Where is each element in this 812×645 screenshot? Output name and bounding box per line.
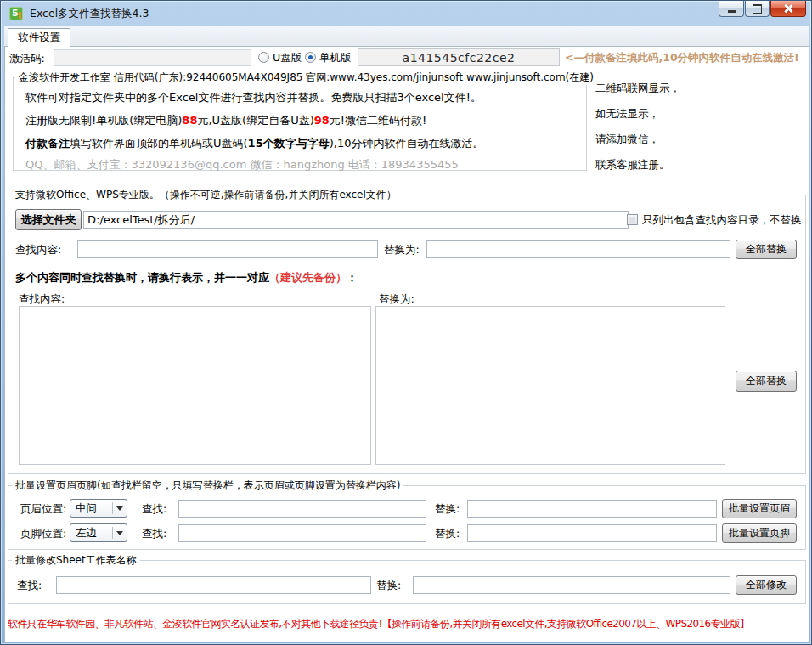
payment-text: 填写软件界面顶部的单机码或U盘码( [70,137,248,150]
multi-find-label: 查找内容: [19,292,65,307]
close-button[interactable] [770,1,806,17]
replace-with-label: 替换为: [384,243,420,257]
payment-bold-2: 15个数字与字母 [248,137,330,150]
multi-replace-textarea[interactable] [375,306,725,465]
replace-all-button[interactable]: 全部替换 [736,240,797,259]
footer-replace-input[interactable] [467,524,717,542]
price-text-3: 元!微信二维码付款! [330,114,426,127]
activation-code-input[interactable] [54,49,251,66]
chevron-down-icon [113,531,127,535]
header-find-input[interactable] [178,500,426,518]
udisk-version-label: U盘版 [273,51,302,65]
multi-replace-all-button[interactable]: 全部替换 [736,371,797,392]
replace-with-input[interactable] [426,240,730,258]
tab-settings[interactable]: 软件设置 [8,28,70,47]
udisk-version-radio[interactable] [258,52,269,63]
multi-note-backup-warning: （建议先备份） [269,271,347,284]
qr-text-4: 联系客服注册。 [595,158,670,173]
sheet-replace-input[interactable] [413,576,730,594]
info-price-line: 注册版无限制!单机版(绑定电脑)88元,U盘版(绑定自备U盘)98元!微信二维码… [25,113,426,128]
header-position-value: 中间 [70,501,112,516]
price-value-2: 98 [314,114,330,127]
footer-position-value: 左边 [70,526,112,540]
modify-all-button[interactable]: 全部修改 [736,575,797,595]
app-icon-accent [19,12,21,19]
find-content-input[interactable] [77,240,378,258]
footer-replace-label: 替换: [435,527,460,541]
header-replace-input[interactable] [467,500,717,518]
maximize-icon [753,4,762,14]
app-icon: 5 [9,7,23,20]
machine-code-field[interactable]: a141545cfc22ce2 [358,48,560,66]
header-replace-label: 替换: [435,502,460,517]
find-content-label: 查找内容: [15,243,61,257]
qr-text-3: 请添加微信， [595,133,659,147]
multi-note-text: 多个内容同时查找替换时，请换行表示，并一一对应 [15,271,269,284]
header-position-dropdown[interactable]: 中间 [70,499,127,518]
chevron-down-icon [113,506,127,511]
minimize-icon [728,10,736,13]
folder-path-input[interactable] [83,211,629,229]
set-footer-button[interactable]: 批量设置页脚 [722,523,797,543]
list-only-label: 只列出包含查找内容目录，不替换 [642,213,802,228]
sheet-rename-legend: 批量修改Sheet工作表名称 [12,553,140,568]
minimize-button[interactable] [719,1,744,17]
info-groupbox: 金浚软件开发工作室 信用代码(广东):92440605MA4X049J85 官网… [13,77,587,171]
section-divider [10,263,804,263]
sheet-find-label: 查找: [17,579,42,593]
header-footer-groupbox: 批量设置页眉页脚(如查找栏留空，只填写替换栏，表示页眉或页脚设置为替换栏内容) … [8,485,806,550]
close-icon [783,3,793,14]
window-title: Excel多文件查找替换4.3 [30,7,149,21]
set-header-button[interactable]: 批量设置页眉 [722,499,797,518]
list-only-checkbox[interactable] [627,214,638,225]
tab-strip [4,26,809,46]
qr-text-2: 如无法显示， [595,107,659,122]
standalone-version-radio[interactable] [305,52,316,63]
main-legend: 支持微软Office、WPS专业版。（操作不可逆,操作前请备份,并关闭所有exc… [12,188,400,202]
maximize-button[interactable] [745,1,770,17]
standalone-version-label: 单机版 [319,51,352,65]
activation-code-label: 激活码: [9,52,45,66]
sheet-find-input[interactable] [56,576,371,594]
price-text-2: 元,U盘版(绑定自备U盘) [197,114,313,127]
payment-tail: ),10分钟内软件自动在线激活。 [330,137,484,150]
multi-replace-note: 多个内容同时查找替换时，请换行表示，并一一对应（建议先备份）： [15,270,358,286]
footer-notice: 软件只在华军软件园、非凡软件站、金浚软件官网实名认证发布,不对其他下载途径负责!… [8,617,806,631]
app-window: 5 Excel多文件查找替换4.3 软件设置 激活码: U盘版 单机版 a141… [0,0,812,645]
sheet-rename-groupbox: 批量修改Sheet工作表名称 查找: 替换: 全部修改 [8,560,806,604]
info-payment-line: 付款备注填写软件界面顶部的单机码或U盘码(15个数字与字母),10分钟内软件自动… [25,136,483,151]
header-position-label: 页眉位置: [20,502,66,517]
multi-find-textarea[interactable] [19,306,371,465]
payment-bold-1: 付款备注 [25,137,70,150]
info-description: 软件可对指定文件夹中的多个Excel文件进行查找内容并替换。免费版只扫描3个ex… [25,90,482,105]
price-text-1: 注册版无限制!单机版(绑定电脑) [25,114,182,127]
app-icon-letter: 5 [12,8,19,19]
header-find-label: 查找: [142,502,166,517]
info-legend: 金浚软件开发工作室 信用代码(广东):92440605MA4X049J85 官网… [15,71,597,85]
footer-find-label: 查找: [142,527,166,541]
payment-hint-text: <—付款备注填此码,10分钟内软件自动在线激活! [565,51,799,65]
contact-line: QQ、邮箱、支付宝：332092136@qq.com 微信：hangzhong … [25,157,459,173]
header-footer-legend: 批量设置页眉页脚(如查找栏留空，只填写替换栏，表示页眉或页脚设置为替换栏内容) [12,478,403,493]
qr-text-1: 二维码联网显示， [595,82,680,96]
choose-folder-button[interactable]: 选择文件夹 [15,209,82,230]
price-value-1: 88 [182,114,197,127]
multi-note-colon: ： [347,271,358,284]
main-groupbox: 支持微软Office、WPS专业版。（操作不可逆,操作前请备份,并关闭所有exc… [8,195,806,474]
sheet-replace-label: 替换: [376,579,401,593]
footer-position-dropdown[interactable]: 左边 [70,523,127,542]
footer-position-label: 页脚位置: [20,527,66,541]
title-bar[interactable]: 5 Excel多文件查找替换4.3 [1,1,812,26]
footer-find-input[interactable] [178,524,426,542]
multi-replace-label: 替换为: [379,292,414,307]
